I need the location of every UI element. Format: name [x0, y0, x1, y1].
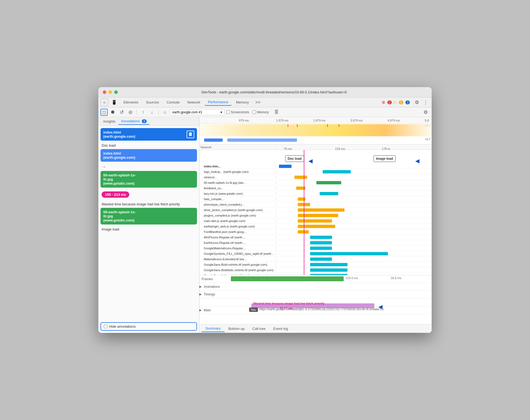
network-row-googleitalic[interactable]: GoogleSans-Italic.nohints.ttf (earth.goo…	[199, 273, 432, 275]
delete-annotation-1[interactable]: 🗑	[187, 131, 194, 138]
separator2	[158, 110, 158, 115]
network-row-googlesymbols[interactable]: GoogleSymbols_FILL_GRAD_opsz_wght.ttf (e…	[199, 251, 432, 256]
tab-performance[interactable]: Performance	[205, 99, 231, 106]
more-tabs-button[interactable]: >>	[253, 100, 263, 105]
bar-seg-earthplugin	[298, 225, 335, 228]
tab-insights[interactable]: Insights	[101, 118, 118, 125]
row-label-earthicons: EarthIcons-Regular.otf (earth....	[199, 241, 276, 244]
device-icon[interactable]: 📱	[110, 99, 118, 106]
reload-icon[interactable]: ↺	[118, 109, 125, 116]
hide-annotations-label: Hide annotations	[109, 324, 136, 329]
tab-bottomup[interactable]: Bottom-up	[225, 326, 249, 332]
network-row-drivepicker[interactable]: drive_picker_compiled.js (earth.google.c…	[199, 207, 432, 213]
row-label-googlesymbols: GoogleSymbols_FILL_GRAD_opsz_wght.ttf (e…	[199, 252, 276, 255]
sidebar-toggle-icon[interactable]: ◫	[101, 109, 108, 116]
bar-seg-clearcut	[295, 176, 307, 179]
network-row-googlebolditalic[interactable]: GoogleSans-BoldItalic.nohints.ttf (earth…	[199, 267, 432, 273]
minimize-button[interactable]	[108, 90, 112, 94]
hide-annotations-row[interactable]: Hide annotations	[101, 322, 197, 331]
bar-seg-googlebolditalic	[310, 268, 348, 272]
network-row-lazy[interactable]: lazy.min.js (www.gstatic.com)	[199, 191, 432, 196]
warn-badge: 8	[399, 100, 403, 104]
net-area: NET	[199, 137, 432, 144]
arrow-icon: →	[102, 164, 106, 169]
memory-checkbox-label[interactable]: Memory	[252, 110, 269, 114]
memory-checkbox[interactable]	[252, 110, 256, 114]
network-row-logo[interactable]: logo_lookup... (earth.google.com)	[199, 169, 432, 174]
screenshots-checkbox-label[interactable]: Screenshots	[226, 110, 249, 114]
close-button[interactable]	[103, 90, 106, 94]
network-row-fontmanifest[interactable]: FontManifest.json (earth.goog...	[199, 229, 432, 235]
main-label: Main	[202, 308, 229, 312]
frames-row: Frames 133.5 ms 16.6 ms	[199, 275, 432, 283]
card4-line1: 00-earth-splash-1x-	[103, 210, 194, 214]
bar-seg-drivepicker	[298, 208, 344, 212]
settings-icon2[interactable]: ⚙	[422, 108, 429, 116]
network-row-clearcut[interactable]: clearcut...	[199, 174, 432, 180]
more-options-icon[interactable]: ⋮	[422, 99, 429, 106]
network-row-earthicons[interactable]: EarthIcons-Regular.otf (earth....	[199, 240, 432, 246]
image-load-label: Image load	[102, 227, 196, 231]
network-row-materialext[interactable]: MaterialIcons-Extended.ttf (ea...	[199, 256, 432, 262]
tab-elements[interactable]: Elements	[120, 99, 142, 105]
tab-annotations[interactable]: Annotations 4	[118, 118, 149, 125]
settings-icon[interactable]: ⚙	[413, 99, 421, 106]
devtools-window: DevTools - earth.google.com/static/multi…	[98, 87, 432, 333]
image-load-annotation: Image load	[373, 155, 396, 162]
wasted-text: Wasted time because image had low fetch …	[102, 202, 196, 206]
clear-icon[interactable]: ⊘	[127, 109, 134, 116]
tab-calltree[interactable]: Call tree	[249, 326, 269, 332]
network-row-plugins[interactable]: plugins_compiled.js (earth.google.com)	[199, 213, 432, 218]
network-row-feedback[interactable]: feedback_co...	[199, 185, 432, 191]
network-row-splash[interactable]: 00-earth-splash-1x-ltr.jpg (ww...	[199, 180, 432, 185]
network-row-all1picons[interactable]: All1PIcons-Regular.otf (earth....	[199, 235, 432, 240]
tab-eventlog[interactable]: Event log	[269, 326, 292, 332]
row-bar-googlebolditalic	[276, 267, 432, 273]
hide-annotations-checkbox[interactable]	[104, 325, 107, 328]
timings-expand[interactable]: ▶	[199, 293, 201, 296]
timings-row: ▶ Timings	[199, 291, 432, 298]
wasted-row: Wasted time because image had low fetch …	[199, 298, 432, 306]
maximize-button[interactable]	[114, 90, 118, 94]
tab-sources[interactable]: Sources	[143, 99, 162, 105]
download-icon[interactable]: ↓	[148, 109, 155, 116]
row-bar-googleitalic	[276, 273, 432, 275]
separator	[137, 110, 137, 115]
main-expand[interactable]: ▶	[199, 309, 201, 312]
url-selector[interactable]: earth.google.com #1 ▾	[170, 109, 225, 115]
home-icon[interactable]: ⌂	[161, 109, 168, 116]
annotation-card-3: 00-earth-splash-1x- ltr.jpg (www.gstatic…	[101, 171, 197, 188]
tab-console[interactable]: Console	[163, 99, 183, 105]
row-bar-lazy	[276, 191, 432, 196]
more-toolbar-icon[interactable]: 🗄	[274, 110, 279, 115]
animations-expand[interactable]: ▶	[199, 285, 201, 288]
performance-toolbar: ◫ ⏺ ↺ ⊘ ↑ ↓ ⌂ earth.google.com #1 ▾ Scre…	[98, 107, 432, 117]
ruler-label-6: 5,8	[425, 119, 429, 122]
net-bar-1	[204, 138, 223, 142]
error-badge: 1	[387, 100, 392, 104]
bar-seg-hats	[298, 197, 306, 201]
tab-summary[interactable]: Summary	[202, 325, 225, 332]
row-bar-1	[276, 164, 432, 169]
inspect-icon[interactable]: ⊹	[101, 99, 108, 106]
row-bar-drivepicker	[276, 207, 432, 212]
record-icon[interactable]: ⏺	[109, 109, 116, 116]
ruler-label-5: 4,879 ms	[388, 119, 400, 122]
network-row-1[interactable]: index.htm...	[199, 164, 432, 169]
tab-memory[interactable]: Memory	[233, 99, 252, 105]
network-row-googleboldfont[interactable]: GoogleSans-Bold.nohints.ttf (earth.googl…	[199, 262, 432, 267]
row-bar-feedback	[276, 185, 432, 191]
tab-network[interactable]: Network	[184, 99, 204, 105]
screenshots-checkbox[interactable]	[226, 110, 230, 114]
network-row-googlematerial[interactable]: GoogleMaterialIcons-Regular....	[199, 246, 432, 251]
network-row-hats[interactable]: hats_compile...	[199, 196, 432, 202]
network-row-earthplugin[interactable]: earthplugin_web.js (earth.google.com)	[199, 224, 432, 229]
card3-line3: (www.gstatic.com)	[103, 181, 194, 185]
cpu-spike-1	[288, 124, 288, 127]
network-rows-container[interactable]: Doc load ◀ Image load ◀ index.htm...	[199, 150, 432, 275]
network-row-maindart[interactable]: main.dart.js (earth.google.com)	[199, 218, 432, 224]
image-load-arrow: ◀	[415, 158, 419, 164]
frames-timeline: 133.5 ms 16.6 ms	[227, 275, 432, 283]
network-row-phenotype[interactable]: phenotype_client_compiled.j...	[199, 202, 432, 207]
upload-icon[interactable]: ↑	[140, 109, 147, 116]
